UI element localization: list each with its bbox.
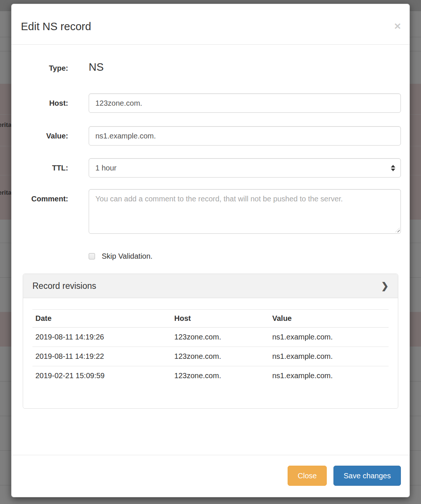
revision-host: 123zone.com. bbox=[171, 366, 269, 386]
modal-footer: Close Save changes bbox=[12, 455, 409, 497]
skip-validation-checkbox[interactable] bbox=[89, 253, 95, 259]
revision-host: 123zone.com. bbox=[171, 328, 269, 347]
type-label: Type: bbox=[20, 64, 68, 73]
record-revisions-body: Date Host Value 2019-08-11 14:19:26 123z… bbox=[23, 298, 398, 408]
ttl-selected-option: 1 hour bbox=[95, 164, 117, 172]
revision-value: ns1.example.com. bbox=[269, 347, 389, 366]
host-input[interactable] bbox=[89, 93, 401, 113]
revision-date: 2019-08-11 14:19:22 bbox=[32, 347, 171, 366]
modal-body: Type: NS Host: Value: TTL: 1 hour bbox=[12, 45, 409, 409]
column-header-date: Date bbox=[32, 310, 171, 328]
record-revisions-panel: Record revisions ❯ Date Host Value bbox=[23, 274, 398, 409]
modal-title: Edit NS record bbox=[21, 21, 400, 32]
close-icon[interactable]: ✕ bbox=[394, 23, 401, 30]
record-revisions-header[interactable]: Record revisions ❯ bbox=[23, 274, 398, 298]
ttl-select[interactable]: 1 hour bbox=[89, 158, 401, 178]
edit-ns-record-modal: Edit NS record ✕ Type: NS Host: Value: bbox=[11, 4, 410, 497]
host-field-row: Host: bbox=[20, 93, 401, 113]
ttl-label: TTL: bbox=[20, 164, 68, 172]
close-button[interactable]: Close bbox=[288, 466, 327, 486]
value-input[interactable] bbox=[89, 126, 401, 146]
revision-host: 123zone.com. bbox=[171, 347, 269, 366]
type-field-row: Type: NS bbox=[20, 61, 401, 73]
revision-date: 2019-02-21 15:09:59 bbox=[32, 366, 171, 386]
column-header-value: Value bbox=[269, 310, 389, 328]
revision-value: ns1.example.com. bbox=[269, 366, 389, 386]
ttl-field-row: TTL: 1 hour bbox=[20, 158, 401, 178]
revision-value: ns1.example.com. bbox=[269, 328, 389, 347]
record-revisions-title: Record revisions bbox=[32, 281, 96, 291]
save-changes-button[interactable]: Save changes bbox=[333, 466, 401, 486]
value-field-row: Value: bbox=[20, 126, 401, 146]
skip-validation-row: Skip Validation. bbox=[89, 252, 401, 261]
comment-textarea[interactable] bbox=[89, 189, 401, 234]
comment-label: Comment: bbox=[20, 195, 68, 203]
revisions-table: Date Host Value 2019-08-11 14:19:26 123z… bbox=[32, 309, 389, 385]
comment-field-row: Comment: bbox=[20, 189, 401, 234]
revision-date: 2019-08-11 14:19:26 bbox=[32, 328, 171, 347]
type-value: NS bbox=[89, 61, 401, 73]
table-row: 2019-02-21 15:09:59 123zone.com. ns1.exa… bbox=[32, 366, 389, 386]
select-stepper-icon bbox=[391, 165, 395, 171]
modal-header: Edit NS record ✕ bbox=[12, 4, 409, 45]
table-row: 2019-08-11 14:19:22 123zone.com. ns1.exa… bbox=[32, 347, 389, 366]
host-label: Host: bbox=[20, 99, 68, 108]
table-row: 2019-08-11 14:19:26 123zone.com. ns1.exa… bbox=[32, 328, 389, 347]
column-header-host: Host bbox=[171, 310, 269, 328]
screen: erita erita Edit NS record ✕ Type: NS Ho… bbox=[0, 0, 421, 504]
value-label: Value: bbox=[20, 132, 68, 140]
skip-validation-label: Skip Validation. bbox=[102, 252, 152, 261]
revisions-table-header-row: Date Host Value bbox=[32, 310, 389, 328]
chevron-right-icon[interactable]: ❯ bbox=[381, 281, 389, 290]
